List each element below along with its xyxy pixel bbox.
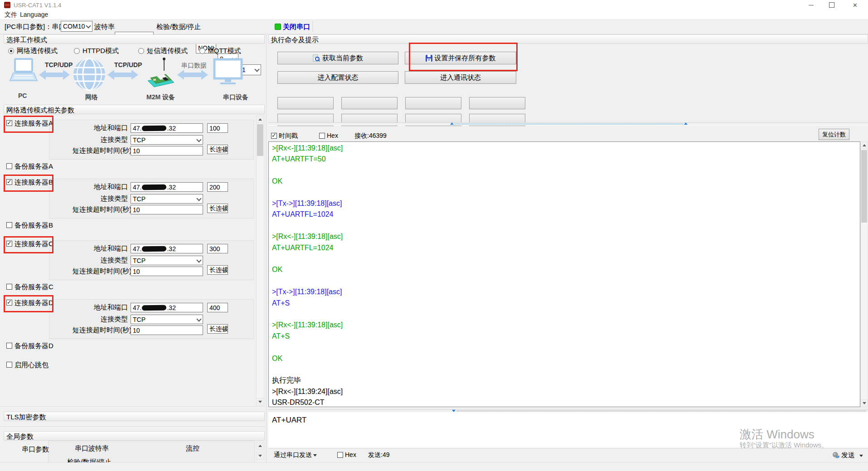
serial-group-label: 串口参数 <box>22 445 49 454</box>
log-line <box>272 187 852 198</box>
slider-right-marker[interactable] <box>684 122 688 125</box>
enter-comm-button[interactable]: 进入通讯状态 <box>405 71 516 84</box>
get-params-button[interactable]: 获取当前参数 <box>277 52 398 64</box>
heartbeat-checkbox[interactable] <box>6 362 12 368</box>
keep-type-select[interactable]: 长连接 <box>207 324 228 334</box>
section-separator <box>0 407 265 408</box>
timeout-input[interactable]: 10 <box>131 267 203 276</box>
title-bar: USR-CAT1 V1.1.4 ✕ <box>0 0 868 10</box>
connect-server-checkbox[interactable] <box>6 179 12 185</box>
scrollbar-down-button[interactable] <box>256 398 264 406</box>
timeout-label: 短连接超时时间(秒) <box>73 205 128 214</box>
keep-type-select[interactable]: 长连接 <box>207 145 228 154</box>
enter-config-button[interactable]: 进入配置状态 <box>277 71 398 84</box>
log-scrollbar-thumb[interactable] <box>861 150 867 223</box>
close-serial-button[interactable]: 关闭串口 <box>283 23 310 31</box>
timestamp-checkbox[interactable] <box>271 133 277 139</box>
minimize-button[interactable] <box>800 0 821 10</box>
backup-server-label: 备份服务器D <box>15 342 53 350</box>
chevron-down-icon <box>313 454 317 456</box>
minimize-icon <box>809 5 814 5</box>
double-arrow-icon <box>107 69 138 81</box>
diagram-network-label: 网络 <box>85 93 98 102</box>
backup-server-label: 备份服务器C <box>15 283 53 291</box>
timeout-input[interactable]: 10 <box>131 146 203 155</box>
m2m-device-icon <box>144 57 176 91</box>
reset-count-button[interactable]: 复位计数 <box>819 129 849 140</box>
global-scroll-up-button[interactable] <box>256 442 264 450</box>
log-scroll-up-button[interactable] <box>860 141 868 149</box>
command-button[interactable] <box>405 97 461 109</box>
send-button[interactable]: 发送 <box>841 451 855 460</box>
connect-server-label: 连接服务器B <box>15 178 53 187</box>
menu-language[interactable]: Language <box>20 11 48 18</box>
conn-type-value: TCP <box>133 136 145 144</box>
connect-server-checkbox[interactable] <box>6 120 12 126</box>
keep-type-select[interactable]: 长连接 <box>207 204 228 213</box>
command-button[interactable] <box>469 97 525 109</box>
port-input[interactable]: 200 <box>207 182 228 192</box>
connect-server-checkbox[interactable] <box>6 300 12 306</box>
maximize-button[interactable] <box>821 0 842 10</box>
conn-type-select[interactable]: TCP <box>131 256 203 265</box>
redacted-ip-segment <box>142 125 166 131</box>
params-scrollbar[interactable] <box>256 116 264 406</box>
timeout-input[interactable]: 10 <box>131 325 203 335</box>
global-baud-label: 串口波特率 <box>68 444 109 453</box>
command-section-header: 执行命令及提示 <box>268 34 868 44</box>
log-line: OK <box>272 176 852 187</box>
command-button[interactable] <box>277 97 334 109</box>
conn-type-value: TCP <box>133 316 145 323</box>
log-line: >[Rx<-][11:39:18][asc] <box>272 231 852 242</box>
log-line <box>272 309 852 320</box>
menu-file[interactable]: 文件 <box>5 11 17 19</box>
backup-server-checkbox[interactable] <box>6 284 12 290</box>
keep-type-select[interactable]: 长连接 <box>207 265 228 275</box>
timeout-input[interactable]: 10 <box>131 205 203 214</box>
address-input[interactable]: 47..32 <box>131 244 203 253</box>
send-hex-label: Hex <box>345 451 356 458</box>
command-button[interactable] <box>341 97 398 109</box>
log-line: AT+UARTFL=1024 <box>272 243 852 253</box>
set-save-params-button[interactable]: 设置并保存所有参数 <box>405 52 516 64</box>
conn-type-select[interactable]: TCP <box>131 315 203 324</box>
close-icon: ✕ <box>853 2 858 9</box>
conn-type-select[interactable]: TCP <box>131 135 203 145</box>
address-port-label: 地址和端口 <box>73 124 128 132</box>
diagram-serial-label: 串口设备 <box>223 93 248 102</box>
backup-server-checkbox[interactable] <box>6 163 12 169</box>
log-line: >[Tx->][11:39:18][asc] <box>272 198 852 209</box>
conn-type-select[interactable]: TCP <box>131 194 203 204</box>
chevron-down-icon <box>254 67 259 72</box>
port-input[interactable]: 300 <box>207 244 228 253</box>
serial-open-indicator <box>275 24 281 30</box>
port-input[interactable]: 400 <box>207 303 228 312</box>
log-line <box>272 165 852 176</box>
send-via-dropdown[interactable]: 通过串口发送 <box>274 451 312 459</box>
serial-device-icon <box>213 58 244 86</box>
address-prefix: 47. <box>133 125 141 132</box>
backup-server-checkbox[interactable] <box>6 343 12 349</box>
scrollbar-up-button[interactable] <box>256 116 264 123</box>
scrollbar-thumb[interactable] <box>257 124 263 156</box>
port-input[interactable]: 100 <box>207 123 228 133</box>
backup-server-checkbox[interactable] <box>6 222 12 228</box>
recv-hex-checkbox[interactable] <box>319 133 325 139</box>
chevron-down-icon <box>196 196 201 201</box>
global-scroll-down-button[interactable] <box>256 452 264 460</box>
log-scroll-down-button[interactable] <box>860 399 868 407</box>
address-input[interactable]: 47..32 <box>131 303 203 312</box>
recv-count: 接收:46399 <box>354 132 387 140</box>
close-button[interactable]: ✕ <box>842 0 868 10</box>
address-input[interactable]: 47..32 <box>131 182 203 192</box>
network-globe-icon <box>73 58 106 91</box>
send-hex-checkbox[interactable] <box>337 452 343 458</box>
tls-section-header: TLS加密参数 <box>4 412 265 421</box>
address-input[interactable]: 47..32 <box>131 123 203 133</box>
connect-server-checkbox[interactable] <box>6 241 12 247</box>
com-port-select[interactable]: COM10 <box>61 21 92 32</box>
diagram-link1-label: TCP/UDP <box>45 61 73 68</box>
diagram-link2-label: TCP/UDP <box>114 61 142 68</box>
timeout-label: 短连接超时时间(秒) <box>73 146 128 155</box>
slider-left-marker[interactable] <box>450 122 454 125</box>
